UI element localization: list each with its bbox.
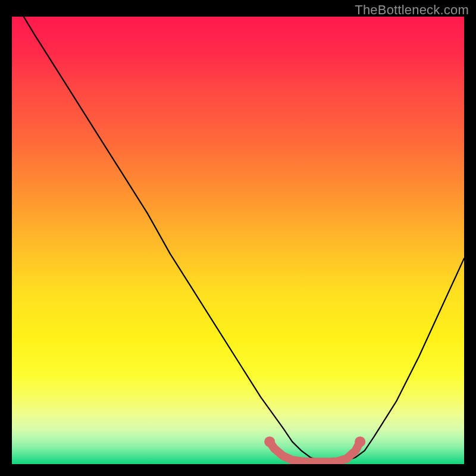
marker-endpoint-left bbox=[264, 436, 275, 447]
plot-area bbox=[12, 17, 464, 464]
watermark-text: TheBottleneck.com bbox=[355, 2, 469, 18]
marker-endpoint-right bbox=[355, 436, 365, 447]
bottleneck-curve bbox=[24, 17, 464, 462]
optimal-region-marker bbox=[270, 441, 360, 462]
chart-svg bbox=[12, 17, 464, 464]
chart-frame: TheBottleneck.com bbox=[0, 0, 476, 476]
